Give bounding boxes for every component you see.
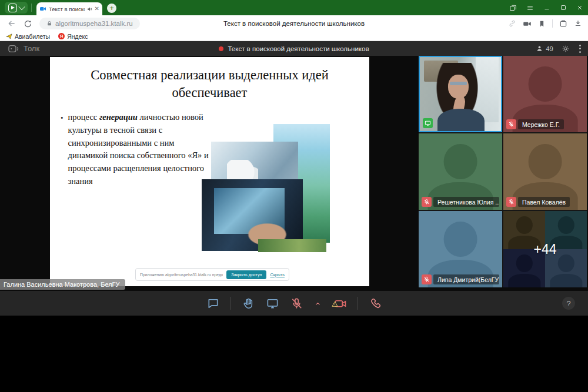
tab-title: Текст в поисковой д — [49, 6, 85, 12]
stop-sharing-button[interactable]: Закрыть доступ — [226, 270, 266, 279]
bullet-text: процесс генерации личностью новой культу… — [68, 111, 209, 188]
participant-tile[interactable]: Мережко Е.Г. — [503, 56, 587, 132]
browser-panels-icon[interactable] — [509, 4, 517, 12]
camera-warning-button[interactable] — [332, 297, 347, 310]
tab-favicon-camera-icon — [39, 5, 46, 12]
tolk-logo-icon — [8, 45, 20, 53]
url-text: algoritmuspeha31.ktalk.ru — [55, 20, 133, 27]
share-message: Приложению algoritmuspeha31.ktalk.ru пре… — [140, 273, 223, 277]
screen-letterbox — [0, 316, 588, 392]
settings-gear-icon — [562, 45, 570, 53]
participants-grid: Мережко Е.Г. Решетникова Юлия ... Павел … — [419, 56, 587, 287]
divider — [552, 19, 553, 28]
navbar-actions — [508, 19, 582, 28]
bookmark-yandex[interactable]: Я Яндекс — [58, 33, 88, 40]
overflow-count: +44 — [503, 211, 587, 287]
mic-muted-icon — [422, 274, 432, 284]
slide-bullet: • процесс генерации личностью новой куль… — [61, 111, 209, 188]
participant-tile[interactable]: Павел Ковалёв — [503, 133, 587, 210]
leave-call-button[interactable] — [369, 297, 382, 310]
address-bar[interactable]: algoritmuspeha31.ktalk.ru — [39, 18, 140, 29]
bullet-marker: • — [61, 111, 64, 188]
mic-muted-button[interactable] — [290, 297, 303, 310]
presenter-name-label: Галина Васильевна Макотрова, БелГУ — [0, 279, 125, 290]
close-window-icon[interactable] — [576, 4, 583, 11]
slide-title: Совместная реализации выделенных идей об… — [68, 66, 352, 102]
tab-close-icon[interactable]: ✕ — [95, 6, 99, 12]
conference-header-actions: 49 — [536, 43, 582, 54]
recording-dot-icon — [219, 46, 223, 51]
meeting-title-wrap: Текст в поисковой деятельности школьнико… — [0, 45, 588, 52]
participants-count-button[interactable]: 49 — [536, 45, 553, 52]
divider — [358, 297, 358, 310]
mic-muted-icon — [422, 197, 432, 207]
screen-share-badge-icon — [423, 118, 433, 128]
bookmark-label: Авиабилеты — [15, 33, 50, 40]
restore-icon[interactable] — [560, 4, 567, 11]
mic-muted-icon — [506, 119, 516, 129]
divider — [31, 4, 32, 12]
download-icon[interactable] — [574, 19, 582, 28]
reload-icon[interactable] — [24, 19, 32, 28]
chevron-down-icon — [18, 4, 25, 10]
bookmark-icon[interactable] — [538, 20, 546, 28]
hide-link[interactable]: Скрыть — [270, 272, 285, 277]
menu-icon[interactable] — [526, 4, 534, 12]
screen-share-notification: Приложению algoritmuspeha31.ktalk.ru пре… — [135, 268, 289, 281]
window-controls — [509, 0, 583, 15]
settings-button[interactable] — [562, 45, 570, 53]
tab-audio-icon[interactable] — [87, 6, 92, 12]
slide-collage-image — [202, 124, 331, 252]
plane-icon — [6, 33, 12, 39]
warning-triangle-icon — [331, 300, 339, 308]
yandex-icon: Я — [58, 33, 65, 39]
shared-slide: Совместная реализации выделенных идей об… — [50, 57, 369, 286]
participant-name: Мережко Е.Г. — [518, 119, 564, 129]
more-options-button[interactable] — [578, 43, 582, 54]
app-name: Толк — [24, 44, 39, 53]
browser-tab[interactable]: Текст в поисковой д ✕ — [36, 2, 102, 15]
collage-strip — [258, 239, 326, 252]
participant-name: Решетникова Юлия ... — [433, 197, 499, 207]
meeting-title: Текст в поисковой деятельности школьнико… — [228, 45, 369, 52]
bookmark-label: Яндекс — [67, 33, 88, 40]
browser-titlebar: Текст в поисковой д ✕ + — [0, 0, 588, 15]
participant-name: Липа Дмитрий(БелГУ) — [433, 274, 499, 284]
back-icon[interactable] — [7, 19, 16, 28]
browser-navbar: algoritmuspeha31.ktalk.ru Текст в поиско… — [0, 15, 588, 32]
participant-tile-speaker-video[interactable] — [419, 56, 502, 132]
conference-stage: Совместная реализации выделенных идей об… — [0, 56, 588, 291]
participants-icon — [536, 45, 543, 52]
participant-tile[interactable]: Липа Дмитрий(БелГУ) — [419, 211, 502, 287]
participants-count: 49 — [546, 45, 553, 52]
chat-button[interactable] — [206, 297, 220, 310]
tab-camera-icon[interactable] — [523, 19, 532, 28]
conference-header: Толк Текст в поисковой деятельности школ… — [0, 41, 588, 56]
raise-hand-button[interactable] — [242, 297, 255, 310]
screen-share-button[interactable] — [266, 297, 279, 310]
participant-tile[interactable]: Решетникова Юлия ... — [419, 133, 502, 210]
app-logo-icon — [8, 4, 17, 12]
browser-app-button[interactable] — [5, 2, 28, 14]
app-brand: Толк — [8, 44, 39, 53]
new-tab-button[interactable]: + — [107, 4, 116, 13]
participant-name: Павел Ковалёв — [518, 197, 570, 207]
mic-options-chevron-icon[interactable] — [314, 300, 322, 307]
participant-tile-overflow[interactable]: +44 — [503, 211, 587, 287]
divider — [230, 297, 231, 310]
help-button[interactable]: ? — [562, 297, 575, 310]
minimize-icon[interactable] — [543, 4, 550, 11]
conference-toolbar: ? — [0, 291, 588, 316]
bookmarks-bar: Авиабилеты Я Яндекс — [0, 32, 588, 41]
bookmark-flights[interactable]: Авиабилеты — [6, 33, 50, 40]
collections-icon[interactable] — [559, 19, 567, 28]
copy-link-icon[interactable] — [508, 19, 516, 28]
lock-icon — [46, 21, 52, 26]
mic-muted-icon — [506, 197, 516, 207]
speaker-status — [423, 118, 433, 128]
